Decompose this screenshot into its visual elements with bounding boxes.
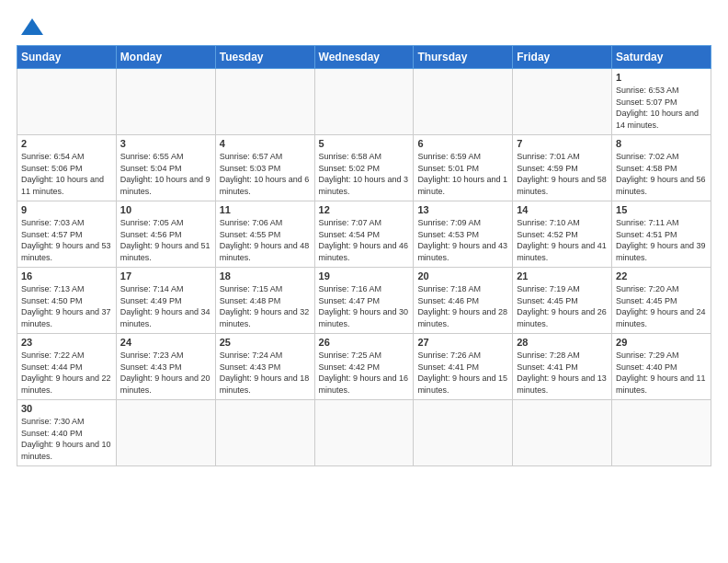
day-info: Sunrise: 7:13 AM Sunset: 4:50 PM Dayligh… — [21, 283, 112, 329]
day-number: 25 — [220, 337, 311, 348]
calendar-cell: 6Sunrise: 6:59 AM Sunset: 5:01 PM Daylig… — [414, 135, 513, 201]
calendar-cell: 17Sunrise: 7:14 AM Sunset: 4:49 PM Dayli… — [116, 268, 215, 334]
calendar-week-2: 9Sunrise: 7:03 AM Sunset: 4:57 PM Daylig… — [17, 201, 711, 268]
calendar-cell: 3Sunrise: 6:55 AM Sunset: 5:04 PM Daylig… — [116, 135, 215, 201]
calendar-cell — [513, 69, 612, 135]
calendar-cell — [314, 400, 414, 466]
calendar-cell: 21Sunrise: 7:19 AM Sunset: 4:45 PM Dayli… — [513, 268, 612, 334]
weekday-header-saturday: Saturday — [612, 46, 711, 69]
calendar-cell — [612, 400, 711, 466]
calendar-cell — [215, 69, 314, 135]
weekday-header-tuesday: Tuesday — [215, 46, 314, 69]
day-info: Sunrise: 6:58 AM Sunset: 5:02 PM Dayligh… — [319, 151, 410, 197]
day-number: 17 — [120, 270, 211, 282]
day-number: 6 — [417, 138, 508, 149]
calendar-cell: 20Sunrise: 7:18 AM Sunset: 4:46 PM Dayli… — [414, 268, 513, 334]
calendar-cell: 1Sunrise: 6:53 AM Sunset: 5:07 PM Daylig… — [612, 69, 711, 135]
page: SundayMondayTuesdayWednesdayThursdayFrid… — [0, 0, 728, 563]
day-number: 23 — [21, 337, 112, 348]
weekday-header-sunday: Sunday — [17, 46, 117, 69]
day-number: 2 — [21, 138, 112, 149]
logo-icon — [19, 17, 45, 37]
day-number: 26 — [319, 337, 410, 348]
day-number: 11 — [220, 204, 311, 215]
calendar-cell: 27Sunrise: 7:26 AM Sunset: 4:41 PM Dayli… — [414, 334, 513, 400]
day-info: Sunrise: 7:24 AM Sunset: 4:43 PM Dayligh… — [220, 350, 311, 396]
calendar-week-0: 1Sunrise: 6:53 AM Sunset: 5:07 PM Daylig… — [17, 69, 711, 135]
calendar-week-1: 2Sunrise: 6:54 AM Sunset: 5:06 PM Daylig… — [17, 135, 711, 201]
calendar-cell — [116, 400, 215, 466]
day-info: Sunrise: 6:59 AM Sunset: 5:01 PM Dayligh… — [417, 151, 508, 197]
calendar-cell: 23Sunrise: 7:22 AM Sunset: 4:44 PM Dayli… — [17, 334, 117, 400]
calendar-cell: 9Sunrise: 7:03 AM Sunset: 4:57 PM Daylig… — [17, 201, 117, 268]
calendar-cell: 15Sunrise: 7:11 AM Sunset: 4:51 PM Dayli… — [612, 201, 711, 268]
day-info: Sunrise: 7:18 AM Sunset: 4:46 PM Dayligh… — [417, 283, 508, 329]
day-info: Sunrise: 7:16 AM Sunset: 4:47 PM Dayligh… — [319, 283, 410, 329]
day-number: 15 — [616, 204, 707, 215]
day-info: Sunrise: 7:30 AM Sunset: 4:40 PM Dayligh… — [21, 416, 112, 462]
calendar-cell: 8Sunrise: 7:02 AM Sunset: 4:58 PM Daylig… — [612, 135, 711, 201]
day-info: Sunrise: 6:55 AM Sunset: 5:04 PM Dayligh… — [120, 151, 211, 197]
calendar-cell — [215, 400, 314, 466]
calendar-cell: 22Sunrise: 7:20 AM Sunset: 4:45 PM Dayli… — [612, 268, 711, 334]
calendar-week-3: 16Sunrise: 7:13 AM Sunset: 4:50 PM Dayli… — [17, 268, 711, 334]
day-info: Sunrise: 7:02 AM Sunset: 4:58 PM Dayligh… — [616, 151, 707, 197]
weekday-header-monday: Monday — [116, 46, 215, 69]
day-info: Sunrise: 7:09 AM Sunset: 4:53 PM Dayligh… — [417, 217, 508, 263]
day-info: Sunrise: 7:10 AM Sunset: 4:52 PM Dayligh… — [517, 217, 608, 263]
day-info: Sunrise: 7:07 AM Sunset: 4:54 PM Dayligh… — [319, 217, 410, 263]
calendar-cell: 26Sunrise: 7:25 AM Sunset: 4:42 PM Dayli… — [314, 334, 414, 400]
calendar-cell: 12Sunrise: 7:07 AM Sunset: 4:54 PM Dayli… — [314, 201, 414, 268]
day-number: 14 — [517, 204, 608, 215]
calendar-week-4: 23Sunrise: 7:22 AM Sunset: 4:44 PM Dayli… — [17, 334, 711, 400]
calendar-cell: 29Sunrise: 7:29 AM Sunset: 4:40 PM Dayli… — [612, 334, 711, 400]
calendar-cell: 7Sunrise: 7:01 AM Sunset: 4:59 PM Daylig… — [513, 135, 612, 201]
day-number: 3 — [120, 138, 211, 149]
day-number: 16 — [21, 270, 112, 282]
day-info: Sunrise: 7:22 AM Sunset: 4:44 PM Dayligh… — [21, 350, 112, 396]
day-info: Sunrise: 7:25 AM Sunset: 4:42 PM Dayligh… — [319, 350, 410, 396]
day-info: Sunrise: 7:14 AM Sunset: 4:49 PM Dayligh… — [120, 283, 211, 329]
day-info: Sunrise: 7:29 AM Sunset: 4:40 PM Dayligh… — [616, 350, 707, 396]
logo — [17, 17, 45, 38]
day-info: Sunrise: 7:19 AM Sunset: 4:45 PM Dayligh… — [517, 283, 608, 329]
calendar-cell: 2Sunrise: 6:54 AM Sunset: 5:06 PM Daylig… — [17, 135, 117, 201]
day-info: Sunrise: 7:01 AM Sunset: 4:59 PM Dayligh… — [517, 151, 608, 197]
day-number: 18 — [220, 270, 311, 282]
day-info: Sunrise: 6:57 AM Sunset: 5:03 PM Dayligh… — [220, 151, 311, 197]
day-number: 28 — [517, 337, 608, 348]
day-info: Sunrise: 7:05 AM Sunset: 4:56 PM Dayligh… — [120, 217, 211, 263]
svg-marker-0 — [21, 18, 43, 35]
day-info: Sunrise: 6:54 AM Sunset: 5:06 PM Dayligh… — [21, 151, 112, 197]
day-number: 19 — [319, 270, 410, 282]
calendar-cell: 5Sunrise: 6:58 AM Sunset: 5:02 PM Daylig… — [314, 135, 414, 201]
day-number: 10 — [120, 204, 211, 215]
day-number: 30 — [21, 403, 112, 414]
day-number: 9 — [21, 204, 112, 215]
weekday-header-wednesday: Wednesday — [314, 46, 414, 69]
day-number: 7 — [517, 138, 608, 149]
day-number: 21 — [517, 270, 608, 282]
day-info: Sunrise: 7:11 AM Sunset: 4:51 PM Dayligh… — [616, 217, 707, 263]
calendar-cell: 16Sunrise: 7:13 AM Sunset: 4:50 PM Dayli… — [17, 268, 117, 334]
day-info: Sunrise: 6:53 AM Sunset: 5:07 PM Dayligh… — [616, 85, 707, 131]
calendar-cell: 13Sunrise: 7:09 AM Sunset: 4:53 PM Dayli… — [414, 201, 513, 268]
calendar-cell: 19Sunrise: 7:16 AM Sunset: 4:47 PM Dayli… — [314, 268, 414, 334]
day-info: Sunrise: 7:23 AM Sunset: 4:43 PM Dayligh… — [120, 350, 211, 396]
calendar-cell: 4Sunrise: 6:57 AM Sunset: 5:03 PM Daylig… — [215, 135, 314, 201]
calendar-cell: 28Sunrise: 7:28 AM Sunset: 4:41 PM Dayli… — [513, 334, 612, 400]
day-number: 22 — [616, 270, 707, 282]
day-info: Sunrise: 7:15 AM Sunset: 4:48 PM Dayligh… — [220, 283, 311, 329]
day-info: Sunrise: 7:28 AM Sunset: 4:41 PM Dayligh… — [517, 350, 608, 396]
day-number: 24 — [120, 337, 211, 348]
weekday-header-thursday: Thursday — [414, 46, 513, 69]
day-number: 1 — [616, 72, 707, 83]
calendar-cell — [116, 69, 215, 135]
calendar-week-5: 30Sunrise: 7:30 AM Sunset: 4:40 PM Dayli… — [17, 400, 711, 466]
weekday-header-row: SundayMondayTuesdayWednesdayThursdayFrid… — [17, 46, 711, 69]
calendar-cell: 24Sunrise: 7:23 AM Sunset: 4:43 PM Dayli… — [116, 334, 215, 400]
day-number: 4 — [220, 138, 311, 149]
day-number: 13 — [417, 204, 508, 215]
calendar-cell: 10Sunrise: 7:05 AM Sunset: 4:56 PM Dayli… — [116, 201, 215, 268]
calendar-cell: 14Sunrise: 7:10 AM Sunset: 4:52 PM Dayli… — [513, 201, 612, 268]
